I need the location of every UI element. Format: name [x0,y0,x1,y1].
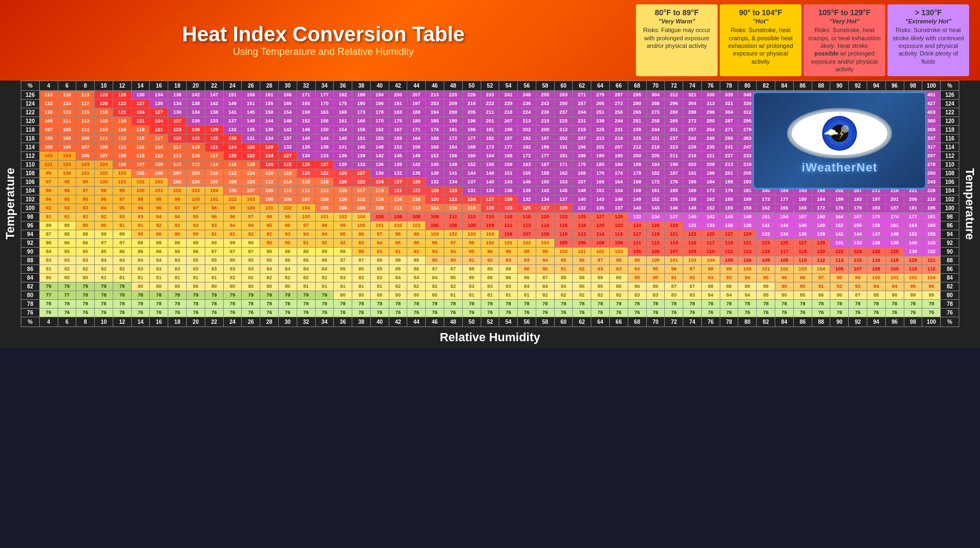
cell-122-78: 304 [720,108,738,117]
cell-120-70: 258 [646,117,665,126]
cell-96-30: 96 [278,221,297,230]
cell-100-84: 165 [775,204,794,213]
cell-100-96: 187 [885,204,904,213]
cell-124-8: 117 [76,100,95,108]
cell-104-8: 97 [76,187,95,195]
cell-94-52: 104 [481,230,499,239]
cell-118-76: 264 [701,126,720,134]
cell-110-68: 189 [628,161,646,169]
cell-112-54: 168 [499,152,518,161]
cell-120-22: 133 [205,117,223,126]
table-row: 9487888889899090909091919292939494959697… [21,230,959,239]
cell-82-18: 80 [168,282,187,291]
cell-78-34: 78 [315,300,334,309]
cell-96-98: 164 [904,221,922,230]
logo-text: iWeatherNet [802,161,878,175]
cell-86-82: 101 [757,265,775,274]
cell-94-98: 152 [904,230,922,239]
cell-76-76: 76 [701,309,720,317]
cell-96-58: 114 [536,221,554,230]
cell-100-20: 97 [187,204,205,213]
cell-90-22: 87 [205,248,223,256]
cell-86-60: 91 [554,265,573,274]
cell-88-26: 85 [242,256,260,265]
temp-label-92: 92 [21,239,40,248]
cell-120-58: 219 [536,117,554,126]
cell-84-74: 92 [683,274,702,282]
cell-90-58: 99 [536,248,554,256]
cell-104-34: 113 [315,187,334,195]
cell-98-94: 170 [867,213,885,221]
cell-78-26: 78 [242,300,260,309]
temp-label-114: 114 [21,143,40,152]
cell-78-42: 78 [389,300,407,309]
cell-104-20: 103 [187,187,205,195]
footer-humidity-62: 62 [573,317,591,327]
header-humidity-40: 40 [370,81,389,91]
cell-80-32: 79 [297,291,315,300]
cell-86-16: 83 [150,265,168,274]
temp-label-right-108: 108 [941,169,959,178]
cell-80-66: 82 [610,291,628,300]
cell-80-10: 78 [95,291,113,300]
cell-92-72: 114 [665,239,683,248]
cell-94-54: 106 [499,230,518,239]
header-humidity-54: 54 [499,81,518,91]
footer-humidity-74: 74 [683,317,702,327]
cell-104-64: 151 [591,187,610,195]
cell-78-56: 78 [518,300,536,309]
cell-94-44: 99 [407,230,426,239]
cell-82-14: 80 [131,282,150,291]
cell-80-76: 84 [701,291,720,300]
table-row: 9689899090919192929393949495969798991001… [21,221,959,230]
temp-label-right-118: 118 [941,126,959,134]
header-humidity-98: 98 [904,81,922,91]
cell-124-34: 170 [315,100,334,108]
cell-76-54: 76 [499,309,518,317]
cell-100-78: 155 [720,204,738,213]
cell-102-98: 206 [904,195,922,204]
cell-84-94: 100 [867,274,885,282]
cell-96-6: 89 [58,221,76,230]
cell-118-14: 118 [131,126,150,134]
cell-106-30: 114 [278,178,297,187]
logo-area: iWeatherNet [752,91,927,189]
risk-box-hot: 90° to 104°F "Hot" Risks: Sunstroke, hea… [720,4,801,76]
cell-76-46: 76 [426,309,444,317]
cell-102-56: 132 [518,195,536,204]
cell-82-36: 81 [334,282,352,291]
cell-120-44: 180 [407,117,426,126]
cell-122-32: 158 [297,108,315,117]
cell-92-76: 117 [701,239,720,248]
cell-84-16: 81 [150,274,168,282]
cell-86-76: 98 [701,265,720,274]
cell-88-30: 86 [278,256,297,265]
cell-124-74: 304 [683,100,702,108]
cell-106-42: 127 [389,178,407,187]
cell-86-8: 82 [76,265,95,274]
cell-108-58: 158 [536,169,554,178]
cell-82-12: 79 [113,282,131,291]
cell-90-18: 86 [168,248,187,256]
cell-94-30: 93 [278,230,297,239]
risk-box-extremely-hot: > 130°F "Extremely Hot" Risks: Sunstroke… [887,4,969,76]
cell-120-32: 152 [297,117,315,126]
header-humidity-100: 100 [922,81,941,91]
footer-humidity-12: 12 [113,317,131,327]
cell-92-56: 102 [518,239,536,248]
cell-94-68: 117 [628,230,646,239]
cell-94-26: 92 [242,230,260,239]
header-humidity-60: 60 [554,81,573,91]
temp-label-right-102: 102 [941,195,959,204]
cell-88-34: 86 [315,256,334,265]
temp-label-84: 84 [21,274,40,282]
cell-104-36: 115 [334,187,352,195]
cell-98-26: 97 [242,213,260,221]
cell-110-42: 139 [389,161,407,169]
cell-114-64: 201 [591,143,610,152]
cell-106-70: 172 [646,178,665,187]
header-humidity-4: 4 [39,81,58,91]
footer-humidity-34: 34 [315,317,334,327]
cell-102-24: 102 [223,195,242,204]
temp-label-right-82: 82 [941,282,959,291]
